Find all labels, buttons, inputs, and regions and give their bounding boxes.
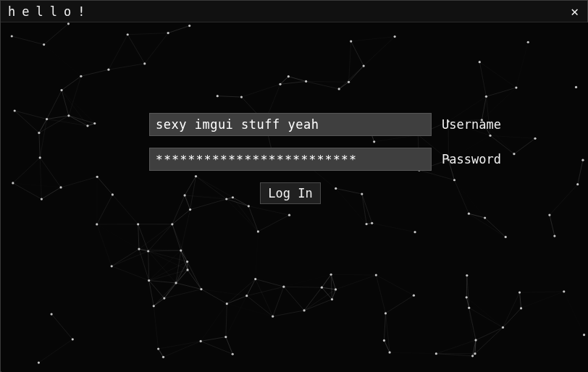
username-label: Username [442,117,501,132]
titlebar[interactable]: hello! ✕ [1,1,587,22]
username-input[interactable] [149,113,432,136]
login-form: Username Password Log In [149,113,511,204]
window-title: hello! [8,4,91,19]
password-row: Password [149,148,511,171]
username-row: Username [149,113,511,136]
close-icon[interactable]: ✕ [569,4,580,20]
login-button-row: Log In [149,182,432,204]
password-input[interactable] [149,148,432,171]
login-button[interactable]: Log In [260,182,320,204]
app-window: hello! ✕ Username Password Log In [0,0,588,372]
password-label: Password [442,152,501,166]
